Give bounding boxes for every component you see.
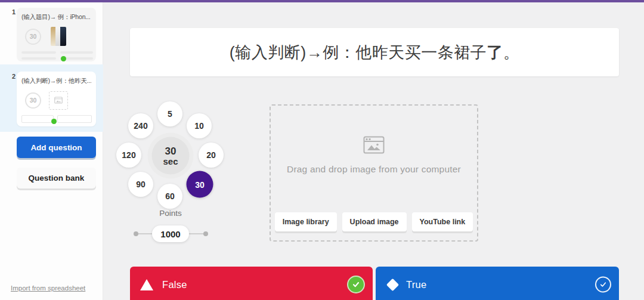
question-list-sidebar: 1 (输入题目)→ 例：iPhon... 30 2 (输入判断)→例：他昨天..… — [0, 2, 103, 300]
question-number: 1 — [12, 8, 16, 16]
slider-end-dot-left — [134, 231, 138, 236]
question-image-thumbnail — [51, 27, 66, 46]
time-badge: 30 — [25, 92, 41, 109]
question-number: 2 — [12, 73, 16, 80]
add-question-button[interactable]: Add question — [17, 137, 96, 158]
answer-option-true[interactable]: True — [376, 267, 619, 300]
selected-question-highlight: 2 (输入判断)→例：他昨天... 30 — [0, 64, 103, 132]
timer-option-240[interactable]: 240 — [128, 113, 153, 138]
timer-option-120[interactable]: 120 — [116, 143, 141, 168]
question-title-card[interactable]: (输入判断)→例：他昨天买一条裙子了。 — [130, 28, 619, 76]
timer-option-60[interactable]: 60 — [157, 184, 182, 209]
mark-correct-toggle-checked-icon[interactable] — [347, 276, 365, 293]
answer-option-false[interactable]: False — [130, 267, 373, 300]
points-value-handle[interactable]: 1000 — [152, 225, 189, 242]
points-label: Points — [159, 209, 182, 218]
question-thumbnail-2[interactable]: (输入判断)→例：他昨天... 30 — [17, 72, 96, 126]
timer-option-30-selected[interactable]: 30 — [187, 171, 213, 198]
diamond-shape-icon — [386, 278, 399, 290]
image-drop-area[interactable]: Drag and drop image from your computer I… — [270, 104, 478, 242]
youtube-link-button[interactable]: YouTube link — [412, 212, 473, 231]
timer-option-5[interactable]: 5 — [157, 101, 182, 126]
answer-preview-boxes — [21, 115, 91, 123]
slider-end-dot-right — [203, 231, 208, 236]
import-from-spreadsheet-link[interactable]: Import from spreadsheet — [11, 284, 85, 292]
answer-preview-bars — [21, 51, 91, 60]
timer-current-value: 30 sec — [152, 137, 190, 175]
timer-option-10[interactable]: 10 — [187, 113, 212, 138]
image-window-icon — [363, 136, 385, 156]
thumbnail-title: (输入题目)→ 例：iPhon... — [21, 13, 91, 21]
timer-option-90[interactable]: 90 — [128, 172, 153, 197]
time-badge: 30 — [25, 29, 41, 45]
thumbnail-title: (输入判断)→例：他昨天... — [21, 77, 91, 85]
image-library-button[interactable]: Image library — [275, 212, 337, 231]
correct-answer-dot — [51, 119, 57, 124]
question-bank-button[interactable]: Question bank — [17, 168, 96, 188]
drop-area-text: Drag and drop image from your computer — [271, 164, 477, 175]
image-placeholder-icon — [49, 91, 68, 110]
upload-image-button[interactable]: Upload image — [342, 212, 407, 231]
correct-answer-dot — [61, 56, 66, 61]
mark-correct-toggle-unchecked-icon[interactable] — [595, 277, 611, 293]
triangle-shape-icon — [140, 279, 153, 290]
timer-option-20[interactable]: 20 — [199, 143, 224, 168]
answer-label: False — [162, 279, 187, 290]
answer-label: True — [406, 279, 427, 290]
question-thumbnail-1[interactable]: (输入题目)→ 例：iPhon... 30 — [17, 8, 96, 61]
question-title: (输入判断)→例：他昨天买一条裙子了。 — [230, 42, 519, 63]
